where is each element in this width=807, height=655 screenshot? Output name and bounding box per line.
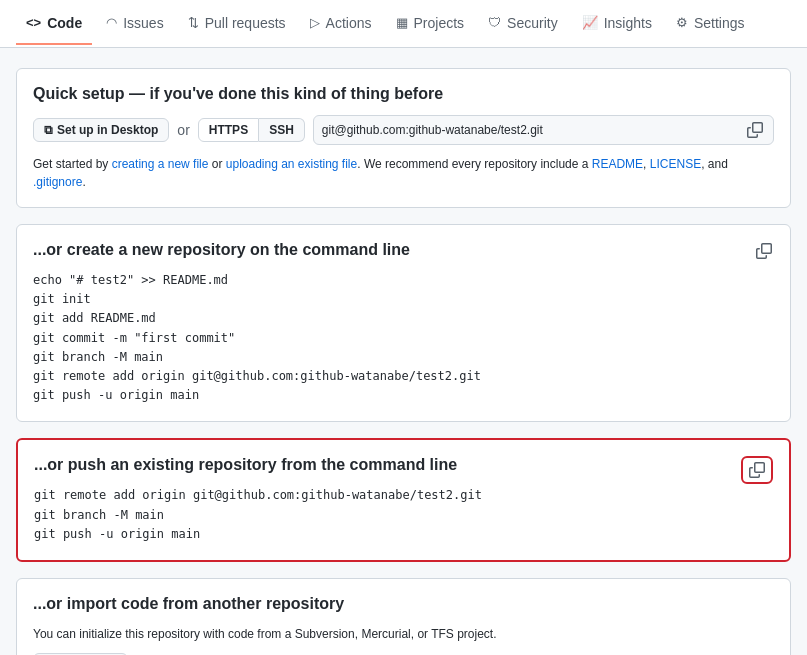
url-input-row <box>313 115 774 145</box>
https-button[interactable]: HTTPS <box>198 118 259 142</box>
tab-actions[interactable]: ▷ Actions <box>300 3 382 45</box>
tab-security[interactable]: 🛡 Security <box>478 3 568 45</box>
security-icon: 🛡 <box>488 15 501 30</box>
code-icon: <> <box>26 15 41 30</box>
projects-icon: ▦ <box>396 15 408 30</box>
command-line-5: git branch -M main <box>33 348 774 367</box>
setup-desktop-button[interactable]: ⧉ Set up in Desktop <box>33 118 169 142</box>
protocol-selector: HTTPS SSH <box>198 118 305 142</box>
push-existing-repo-card: ...or push an existing repository from t… <box>16 438 791 562</box>
copy-url-button[interactable] <box>745 120 765 140</box>
command-line-1: echo "# test2" >> README.md <box>33 271 774 290</box>
create-new-header: ...or create a new repository on the com… <box>33 241 774 271</box>
gitignore-link[interactable]: .gitignore <box>33 175 82 189</box>
push-command-line-2: git branch -M main <box>34 506 773 525</box>
push-existing-header: ...or push an existing repository from t… <box>34 456 773 486</box>
create-file-link[interactable]: creating a new file <box>112 157 209 171</box>
push-existing-title: ...or push an existing repository from t… <box>34 456 457 474</box>
pr-icon: ⇅ <box>188 15 199 30</box>
tab-code[interactable]: <> Code <box>16 3 92 45</box>
push-command-line-1: git remote add origin git@github.com:git… <box>34 486 773 505</box>
import-description: You can initialize this repository with … <box>33 625 774 643</box>
command-line-7: git push -u origin main <box>33 386 774 405</box>
or-text: or <box>177 122 189 138</box>
create-new-title: ...or create a new repository on the com… <box>33 241 410 259</box>
push-existing-commands: git remote add origin git@github.com:git… <box>34 486 773 544</box>
import-code-card: ...or import code from another repositor… <box>16 578 791 655</box>
import-title: ...or import code from another repositor… <box>33 595 774 613</box>
quick-setup-card: Quick setup — if you've done this kind o… <box>16 68 791 208</box>
command-line-4: git commit -m "first commit" <box>33 329 774 348</box>
upload-file-link[interactable]: uploading an existing file <box>226 157 357 171</box>
copy-icon <box>747 122 763 138</box>
tab-settings[interactable]: ⚙ Settings <box>666 3 755 45</box>
desktop-icon: ⧉ <box>44 123 53 137</box>
quick-setup-row: ⧉ Set up in Desktop or HTTPS SSH <box>33 115 774 145</box>
copy-icon-push <box>749 462 765 478</box>
create-new-commands: echo "# test2" >> README.md git init git… <box>33 271 774 405</box>
settings-icon: ⚙ <box>676 15 688 30</box>
ssh-button[interactable]: SSH <box>259 118 305 142</box>
copy-push-commands-button[interactable] <box>741 456 773 484</box>
tab-issues[interactable]: ◠ Issues <box>96 3 173 45</box>
tab-insights[interactable]: 📈 Insights <box>572 3 662 45</box>
push-command-line-3: git push -u origin main <box>34 525 773 544</box>
command-line-2: git init <box>33 290 774 309</box>
quick-setup-info: Get started by creating a new file or up… <box>33 155 774 191</box>
create-new-repo-card: ...or create a new repository on the com… <box>16 224 791 422</box>
main-content: Quick setup — if you've done this kind o… <box>0 48 807 655</box>
tab-projects[interactable]: ▦ Projects <box>386 3 475 45</box>
copy-icon-new <box>756 243 772 259</box>
license-link[interactable]: LICENSE <box>650 157 701 171</box>
quick-setup-title: Quick setup — if you've done this kind o… <box>33 85 774 103</box>
readme-link[interactable]: README <box>592 157 643 171</box>
command-line-3: git add README.md <box>33 309 774 328</box>
insights-icon: 📈 <box>582 15 598 30</box>
copy-new-commands-button[interactable] <box>754 241 774 261</box>
actions-icon: ▷ <box>310 15 320 30</box>
tab-pull-requests[interactable]: ⇅ Pull requests <box>178 3 296 45</box>
issues-icon: ◠ <box>106 15 117 30</box>
repo-url-input[interactable] <box>322 123 737 137</box>
command-line-6: git remote add origin git@github.com:git… <box>33 367 774 386</box>
tab-bar: <> Code ◠ Issues ⇅ Pull requests ▷ Actio… <box>0 0 807 48</box>
